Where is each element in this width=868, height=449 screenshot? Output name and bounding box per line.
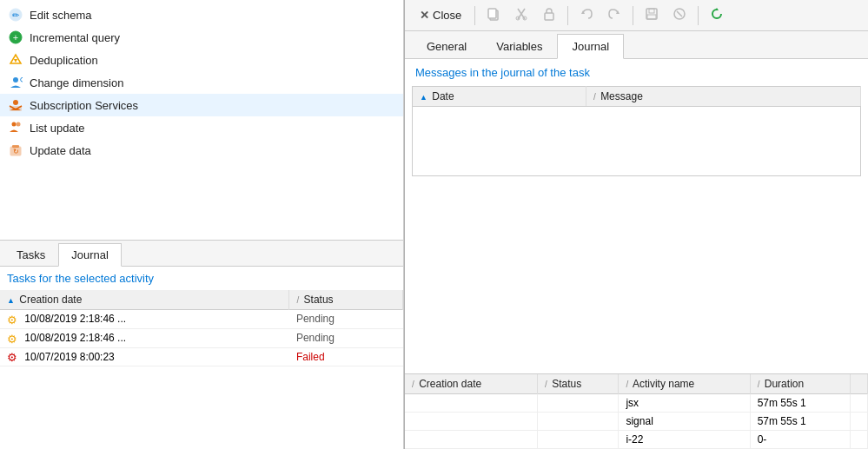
sort-slash-icon <box>545 378 549 390</box>
subscription-services-icon <box>7 96 24 114</box>
menu-list: ✏ Edit schema + Incremental query ▼ Dedu <box>0 0 403 241</box>
svg-text:↻: ↻ <box>13 148 19 155</box>
tab-journal[interactable]: Journal <box>58 243 122 267</box>
svg-point-11 <box>17 122 21 127</box>
menu-item-label: Change dimension <box>30 76 123 89</box>
svg-point-8 <box>13 100 18 105</box>
journal-empty-row <box>413 107 861 176</box>
bottom-activity-table: Creation date Status Activity name <box>405 374 868 449</box>
table-row[interactable]: ⚙ 10/08/2019 2:18:46 ... Pending <box>0 310 403 329</box>
right-content: Messages in the journal of the task Date… <box>405 59 868 449</box>
bottom-data-table: Creation date Status Activity name <box>405 373 868 449</box>
col-creation-date[interactable]: Creation date <box>0 290 289 310</box>
journal-header: Messages in the journal of the task <box>405 59 868 86</box>
left-panel: ✏ Edit schema + Incremental query ▼ Dedu <box>0 0 404 449</box>
menu-item-list-update[interactable]: List update <box>0 116 403 139</box>
toolbar: ✕ Close <box>405 0 868 31</box>
col-message[interactable]: Message <box>586 87 861 107</box>
svg-text:+: + <box>13 32 18 43</box>
table-row[interactable]: ⚙ 10/08/2019 2:18:46 ... Pending <box>0 328 403 347</box>
bottom-tabs-area: Tasks Journal Tasks for the selected act… <box>0 241 403 449</box>
right-tab-bar: General Variables Journal <box>405 31 868 59</box>
cut-icon <box>514 7 528 23</box>
toolbar-separator-1 <box>474 6 475 25</box>
copy-button[interactable] <box>480 3 507 27</box>
svg-text:▼: ▼ <box>13 57 19 63</box>
table-row[interactable]: signal 57m 55s 1 <box>405 413 868 431</box>
journal-table-wrap: Date Message <box>405 86 868 373</box>
change-dimension-icon: ⟳ <box>7 74 24 91</box>
menu-item-change-dimension[interactable]: ⟳ Change dimension <box>0 71 403 94</box>
list-update-icon <box>7 119 24 136</box>
cancel-save-button[interactable] <box>666 3 692 27</box>
col-date[interactable]: Date <box>413 87 586 107</box>
sort-slash-icon <box>593 90 598 102</box>
sort-slash-icon <box>412 378 416 390</box>
sort-slash-icon <box>296 294 301 306</box>
svg-line-26 <box>677 11 682 17</box>
bottom-tab-bar: Tasks Journal <box>0 241 403 267</box>
toolbar-separator-4 <box>698 6 699 25</box>
svg-point-10 <box>12 122 17 127</box>
redo-icon <box>607 7 621 23</box>
cut-button[interactable] <box>508 3 534 27</box>
menu-item-subscription-services[interactable]: Subscription Services <box>0 94 403 116</box>
col-duration[interactable]: Duration <box>750 374 850 394</box>
menu-item-deduplication[interactable]: ▼ Deduplication <box>0 49 403 71</box>
toolbar-separator-2 <box>567 6 568 25</box>
undo-button[interactable] <box>573 3 600 27</box>
save-button[interactable] <box>639 3 665 27</box>
col-activity-name[interactable]: Activity name <box>619 374 750 394</box>
row-gear-icon: ⚙ <box>7 314 19 326</box>
deduplication-icon: ▼ <box>7 51 24 69</box>
menu-item-label: List update <box>30 122 85 135</box>
refresh-button[interactable] <box>704 3 730 27</box>
tasks-table: Creation date Status ⚙ 10/0 <box>0 290 403 366</box>
cancel-save-icon <box>673 7 686 23</box>
refresh-icon <box>710 7 724 23</box>
col-creation-date[interactable]: Creation date <box>405 374 538 394</box>
lock-button[interactable] <box>536 3 562 27</box>
incremental-query-icon: + <box>7 29 24 46</box>
close-x-icon: ✕ <box>420 9 429 22</box>
col-extra <box>851 374 868 394</box>
update-data-icon: ↻ <box>7 142 24 159</box>
menu-item-incremental-query[interactable]: + Incremental query <box>0 26 403 49</box>
lock-icon <box>542 7 556 23</box>
svg-point-6 <box>13 77 18 83</box>
redo-button[interactable] <box>601 3 627 27</box>
tab-tasks[interactable]: Tasks <box>3 243 58 266</box>
menu-item-label: Deduplication <box>30 54 98 67</box>
tab-journal[interactable]: Journal <box>557 34 624 59</box>
table-row[interactable]: jsx 57m 55s 1 <box>405 394 868 413</box>
svg-text:⟳: ⟳ <box>20 76 23 84</box>
table-row[interactable]: ⚙ 10/07/2019 8:00:23 Failed <box>0 347 403 366</box>
col-status[interactable]: Status <box>538 374 619 394</box>
menu-item-label: Update data <box>30 144 91 157</box>
sort-asc-icon <box>420 90 429 102</box>
table-row[interactable]: i-22 0- <box>405 431 868 449</box>
tasks-header: Tasks for the selected activity <box>0 267 403 290</box>
toolbar-separator-3 <box>633 6 633 25</box>
edit-schema-icon: ✏ <box>7 6 24 23</box>
tab-variables[interactable]: Variables <box>481 34 557 58</box>
undo-icon <box>580 7 593 23</box>
svg-rect-22 <box>646 9 657 19</box>
row-gear-icon: ⚙ <box>7 351 19 363</box>
row-gear-icon: ⚙ <box>7 333 19 345</box>
svg-text:✏: ✏ <box>12 10 20 20</box>
sort-slash-icon <box>626 378 630 390</box>
menu-item-label: Edit schema <box>30 9 92 22</box>
journal-table: Date Message <box>412 86 861 176</box>
menu-item-update-data[interactable]: ↻ Update data <box>0 139 403 162</box>
col-status[interactable]: Status <box>289 290 403 310</box>
right-panel: ✕ Close <box>404 0 868 449</box>
menu-item-edit-schema[interactable]: ✏ Edit schema <box>0 3 403 26</box>
menu-item-label: Subscription Services <box>30 99 138 112</box>
sort-asc-icon <box>7 294 17 306</box>
tab-content-area: Tasks for the selected activity Creation… <box>0 267 403 449</box>
tab-general[interactable]: General <box>412 34 481 58</box>
copy-icon <box>487 7 500 23</box>
svg-rect-16 <box>488 9 496 18</box>
close-button[interactable]: ✕ Close <box>412 5 469 25</box>
